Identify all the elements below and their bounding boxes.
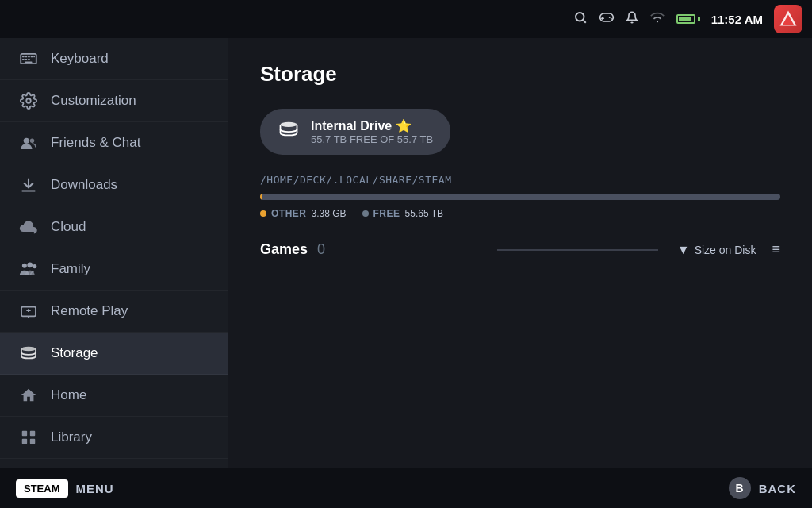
- svg-line-1: [583, 20, 585, 22]
- svg-rect-27: [22, 439, 27, 444]
- bell-icon: [626, 10, 638, 29]
- sidebar-item-library[interactable]: Library: [0, 417, 228, 459]
- svg-point-20: [22, 264, 27, 268]
- svg-point-5: [608, 17, 610, 18]
- star-icon: ⭐: [396, 119, 412, 133]
- sidebar-item-storage[interactable]: Storage: [0, 333, 228, 375]
- friends-label: Friends & Chat: [51, 135, 140, 151]
- drive-icon: [278, 121, 300, 143]
- customization-icon: [19, 91, 38, 110]
- storage-bar: [260, 194, 780, 200]
- svg-rect-12: [33, 56, 35, 57]
- friends-icon: [19, 133, 38, 152]
- drive-free-space: 55.7 TB FREE OF 55.7 TB: [311, 133, 433, 145]
- downloads-icon: [19, 175, 38, 194]
- sidebar-item-keyboard[interactable]: Keyboard: [0, 38, 228, 80]
- games-title: Games: [260, 241, 308, 258]
- sort-button[interactable]: ▼ Size on Disk: [677, 243, 756, 257]
- svg-point-18: [24, 138, 29, 144]
- sidebar-item-friends[interactable]: Friends & Chat: [0, 122, 228, 164]
- svg-point-0: [576, 13, 584, 21]
- customization-label: Customization: [51, 93, 136, 109]
- sidebar-item-family[interactable]: Family: [0, 248, 228, 291]
- sidebar-item-cloud[interactable]: Cloud: [0, 206, 228, 248]
- drive-info: Internal Drive ⭐ 55.7 TB FREE OF 55.7 TB: [311, 118, 433, 145]
- svg-rect-11: [31, 56, 33, 57]
- svg-rect-4: [601, 17, 604, 19]
- bottom-bar: STEAM MENU B BACK: [0, 468, 812, 508]
- svg-rect-9: [25, 56, 28, 57]
- sidebar: Keyboard Customization Friends & Chat: [0, 38, 228, 468]
- keyboard-icon: [19, 49, 38, 68]
- svg-rect-10: [28, 56, 30, 57]
- games-header: Games 0 ▼ Size on Disk ≡: [260, 241, 780, 258]
- svg-point-17: [26, 98, 31, 103]
- wifi-icon: [649, 11, 665, 28]
- legend-free-label: FREE: [373, 208, 400, 219]
- svg-rect-25: [22, 431, 27, 436]
- svg-rect-26: [30, 431, 35, 436]
- steam-badge: STEAM: [16, 479, 68, 498]
- games-divider: [497, 249, 658, 251]
- svg-point-19: [30, 139, 34, 143]
- back-button[interactable]: B BACK: [729, 477, 796, 499]
- storage-icon: [19, 344, 38, 363]
- sidebar-item-customization[interactable]: Customization: [0, 80, 228, 122]
- page-title: Storage: [260, 62, 780, 87]
- remote-play-label: Remote Play: [51, 303, 128, 319]
- svg-point-21: [27, 262, 33, 267]
- controller-icon: [599, 10, 615, 29]
- back-label: BACK: [759, 482, 796, 495]
- library-label: Library: [51, 429, 92, 445]
- family-label: Family: [51, 261, 90, 277]
- sidebar-item-home[interactable]: Home: [0, 375, 228, 417]
- search-icon[interactable]: [573, 10, 588, 29]
- legend-dot-free: [362, 210, 369, 217]
- svg-rect-13: [22, 59, 25, 60]
- menu-label: MENU: [76, 482, 114, 495]
- downloads-label: Downloads: [51, 177, 117, 193]
- library-icon: [19, 428, 38, 447]
- svg-rect-16: [25, 62, 33, 64]
- svg-rect-28: [30, 439, 35, 444]
- steam-menu-button[interactable]: STEAM MENU: [16, 479, 114, 498]
- legend-other-label: OTHER: [271, 208, 307, 219]
- games-count: 0: [317, 241, 478, 258]
- svg-rect-8: [22, 56, 25, 57]
- cloud-icon: [19, 217, 38, 237]
- sidebar-item-remote-play[interactable]: Remote Play: [0, 291, 228, 333]
- legend-dot-other: [260, 210, 266, 217]
- remote-play-icon: [19, 302, 38, 321]
- home-label: Home: [51, 387, 86, 403]
- sidebar-item-downloads[interactable]: Downloads: [0, 164, 228, 206]
- filter-icon[interactable]: ≡: [772, 241, 780, 258]
- storage-label: Storage: [51, 345, 98, 361]
- family-icon: [19, 260, 38, 279]
- main-content: Storage Internal Drive ⭐ 55.7 TB FREE OF…: [228, 38, 812, 468]
- storage-legend: OTHER 3.38 GB FREE 55.65 TB: [260, 208, 780, 219]
- svg-point-22: [33, 264, 36, 268]
- svg-point-24: [21, 347, 36, 351]
- clock: 11:52 AM: [711, 13, 763, 26]
- svg-rect-14: [25, 59, 28, 60]
- svg-point-6: [611, 17, 612, 19]
- home-icon: [19, 386, 38, 405]
- legend-free: FREE 55.65 TB: [362, 208, 444, 219]
- svg-point-29: [281, 122, 297, 127]
- drive-name: Internal Drive ⭐: [311, 118, 433, 133]
- battery-icon: [676, 14, 700, 24]
- app-icon: [774, 5, 802, 33]
- top-bar: 11:52 AM: [0, 0, 812, 38]
- b-badge: B: [729, 477, 751, 499]
- drive-card[interactable]: Internal Drive ⭐ 55.7 TB FREE OF 55.7 TB: [260, 109, 450, 155]
- cloud-label: Cloud: [51, 219, 86, 235]
- legend-other-value: 3.38 GB: [312, 208, 347, 219]
- sort-label: Size on Disk: [695, 244, 756, 256]
- sort-chevron-icon: ▼: [677, 243, 690, 257]
- svg-rect-15: [28, 59, 30, 60]
- legend-free-value: 55.65 TB: [405, 208, 443, 219]
- storage-bar-fill: [260, 194, 262, 200]
- drive-path: /HOME/DECK/.LOCAL/SHARE/STEAM: [260, 174, 780, 186]
- legend-other: OTHER 3.38 GB: [260, 208, 347, 219]
- keyboard-label: Keyboard: [51, 51, 109, 67]
